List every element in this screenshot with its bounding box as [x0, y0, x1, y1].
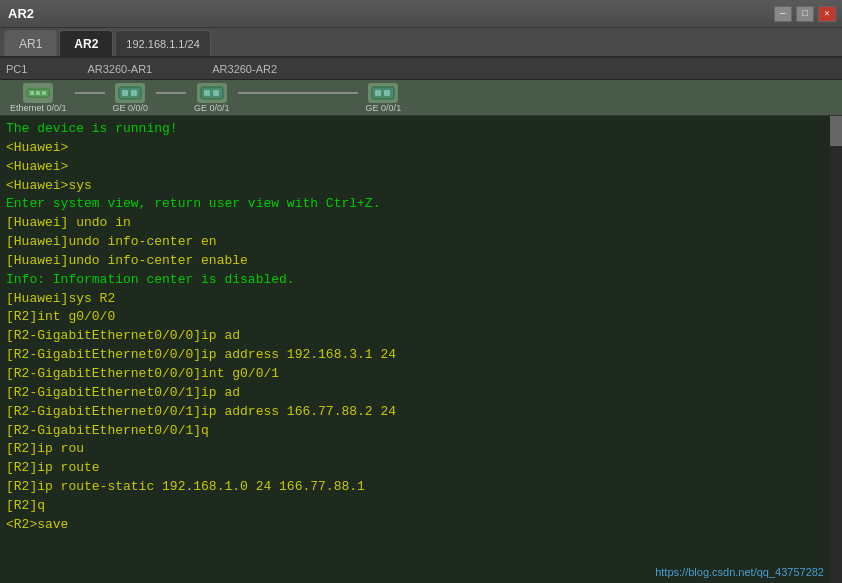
terminal-line-15: [R2-GigabitEthernet0/0/1]ip ad	[6, 384, 836, 403]
terminal-line-0: The device is running!	[6, 120, 836, 139]
terminal-line-7: [Huawei]undo info-center en	[6, 233, 836, 252]
terminal-line-22: <R2>save	[6, 516, 836, 535]
terminal-line-4: <Huawei>sys	[6, 177, 836, 196]
minimize-button[interactable]: ─	[774, 6, 792, 22]
svg-rect-12	[384, 90, 390, 96]
svg-rect-1	[30, 91, 34, 95]
topology-bar: Ethernet 0/0/1 GE 0/0/0 GE 0/0/1	[0, 80, 842, 116]
info-bar: PC1 AR3260-AR1 AR3260-AR2	[0, 58, 842, 80]
tab-ar1[interactable]: AR1	[4, 30, 57, 56]
close-button[interactable]: ✕	[818, 6, 836, 22]
terminal-line-8: [Huawei]undo info-center enable	[6, 252, 836, 271]
terminal-line-17: [R2-GigabitEthernet0/0/1]q	[6, 422, 836, 441]
topo-device-eth[interactable]: Ethernet 0/0/1	[10, 83, 67, 113]
tab-ar2[interactable]: AR2	[59, 30, 113, 56]
topo-device-icon-ge01	[197, 83, 227, 103]
topo-label-ge01: GE 0/0/1	[194, 103, 230, 113]
terminal-line-19: [R2]ip route	[6, 459, 836, 478]
topo-device-icon-ge01b	[368, 83, 398, 103]
terminal-line-18: [R2]ip rou	[6, 440, 836, 459]
info-ar1: AR3260-AR1	[87, 63, 152, 75]
svg-rect-8	[204, 90, 210, 96]
topo-link-1	[75, 92, 105, 94]
topo-device-ge01[interactable]: GE 0/0/1	[194, 83, 230, 113]
terminal-line-21: [R2]q	[6, 497, 836, 516]
terminal-line-11: [R2]int g0/0/0	[6, 308, 836, 327]
info-ar2: AR3260-AR2	[212, 63, 277, 75]
svg-rect-9	[213, 90, 219, 96]
terminal-line-13: [R2-GigabitEthernet0/0/0]ip address 192.…	[6, 346, 836, 365]
info-pc1: PC1	[6, 63, 27, 75]
topo-device-ge00[interactable]: GE 0/0/0	[113, 83, 149, 113]
svg-rect-2	[36, 91, 40, 95]
scrollbar-thumb[interactable]	[830, 116, 842, 146]
terminal-line-2: <Huawei>	[6, 139, 836, 158]
svg-rect-11	[375, 90, 381, 96]
topo-device-icon-eth	[23, 83, 53, 103]
topo-device-icon-ge00	[115, 83, 145, 103]
title-text: AR2	[8, 6, 34, 21]
topo-link-2	[156, 92, 186, 94]
terminal-line-14: [R2-GigabitEthernet0/0/0]int g0/0/1	[6, 365, 836, 384]
terminal-line-10: [Huawei]sys R2	[6, 290, 836, 309]
topo-device-ge01b[interactable]: GE 0/0/1	[366, 83, 402, 113]
window-controls: ─ □ ✕	[774, 6, 836, 22]
terminal-line-3: <Huawei>	[6, 158, 836, 177]
topo-label-ge00: GE 0/0/0	[113, 103, 149, 113]
terminal-line-16: [R2-GigabitEthernet0/0/1]ip address 166.…	[6, 403, 836, 422]
terminal-line-6: [Huawei] undo in	[6, 214, 836, 233]
tab-ip[interactable]: 192.168.1.1/24	[115, 30, 210, 56]
tab-bar: AR1 AR2 192.168.1.1/24	[0, 28, 842, 58]
maximize-button[interactable]: □	[796, 6, 814, 22]
terminal-line-5: Enter system view, return user view with…	[6, 195, 836, 214]
topo-link-3	[238, 92, 358, 94]
status-bar: https://blog.csdn.net/qq_43757282	[651, 563, 828, 583]
svg-rect-3	[42, 91, 46, 95]
terminal-line-20: [R2]ip route-static 192.168.1.0 24 166.7…	[6, 478, 836, 497]
topo-label-eth: Ethernet 0/0/1	[10, 103, 67, 113]
terminal-line-9: Info: Information center is disabled.	[6, 271, 836, 290]
scrollbar[interactable]	[830, 116, 842, 583]
terminal[interactable]: The device is running!<Huawei><Huawei><H…	[0, 116, 842, 583]
topo-label-ge01b: GE 0/0/1	[366, 103, 402, 113]
svg-rect-6	[131, 90, 137, 96]
svg-rect-5	[122, 90, 128, 96]
terminal-line-12: [R2-GigabitEthernet0/0/0]ip ad	[6, 327, 836, 346]
title-bar: AR2 ─ □ ✕	[0, 0, 842, 28]
